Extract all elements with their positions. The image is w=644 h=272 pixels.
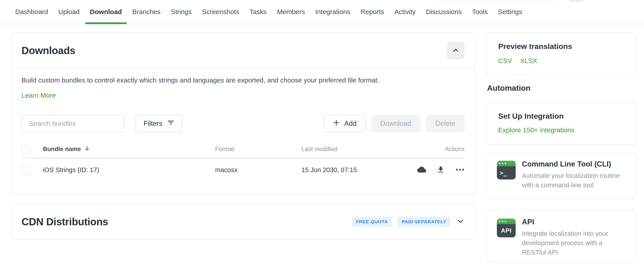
bundles-table-header: Bundle name Format Last modified Actions bbox=[22, 140, 465, 158]
plus-icon bbox=[332, 119, 340, 128]
nav-tab-members[interactable]: Members bbox=[272, 0, 310, 24]
table-row: iOS Strings (ID: 17) macosx 15 Jun 2030,… bbox=[22, 158, 465, 182]
learn-more-link[interactable]: Learn More bbox=[22, 92, 56, 99]
expand-cdn-button[interactable] bbox=[456, 217, 465, 226]
nav-tab-discussions[interactable]: Discussions bbox=[421, 0, 467, 24]
filters-button-label: Filters bbox=[144, 120, 162, 128]
column-bundle-name-label: Bundle name bbox=[43, 146, 81, 153]
free-quota-badge: FREE QUOTA bbox=[352, 217, 392, 227]
preview-translations-title: Preview translations bbox=[498, 42, 624, 51]
api-icon: API bbox=[497, 219, 516, 237]
nav-tab-tasks[interactable]: Tasks bbox=[244, 0, 272, 24]
top-navigation: Dashboard Upload Download Branches Strin… bbox=[0, 0, 644, 24]
delete-button[interactable]: Delete bbox=[426, 115, 465, 132]
add-bundle-button[interactable]: Add bbox=[324, 115, 366, 132]
header-search-cutoff bbox=[436, 0, 554, 1]
add-button-label: Add bbox=[344, 120, 356, 128]
nav-tab-activity[interactable]: Activity bbox=[389, 0, 421, 24]
nav-tab-integrations[interactable]: Integrations bbox=[310, 0, 356, 24]
nav-tab-branches[interactable]: Branches bbox=[127, 0, 166, 24]
terminal-icon: >_ bbox=[497, 161, 516, 180]
nav-tab-upload[interactable]: Upload bbox=[53, 0, 85, 24]
collapse-downloads-button[interactable] bbox=[447, 41, 465, 59]
nav-tab-dashboard[interactable]: Dashboard bbox=[10, 0, 53, 24]
select-all-checkbox[interactable] bbox=[22, 144, 31, 154]
chevron-up-icon bbox=[452, 46, 460, 55]
nav-tab-tools[interactable]: Tools bbox=[467, 0, 493, 24]
header-avatar-cutoff bbox=[569, 0, 584, 2]
downloads-card: Downloads Build custom bundles to contro… bbox=[11, 32, 475, 195]
column-actions: Actions bbox=[413, 146, 465, 153]
download-icon bbox=[436, 165, 445, 175]
downloads-title: Downloads bbox=[22, 44, 75, 56]
filter-lines-icon bbox=[167, 119, 174, 128]
row-more-button[interactable] bbox=[455, 168, 465, 172]
preview-translations-card: Preview translations CSV XLSX bbox=[486, 32, 636, 75]
nav-tab-settings[interactable]: Settings bbox=[493, 0, 527, 24]
csv-link[interactable]: CSV bbox=[498, 57, 512, 65]
filters-button[interactable]: Filters bbox=[136, 115, 182, 132]
xlsx-link[interactable]: XLSX bbox=[520, 57, 537, 65]
column-format: Format bbox=[215, 146, 302, 153]
set-up-integration-card: Set Up Integration Explore 150+ integrat… bbox=[486, 102, 636, 145]
cli-promo-card[interactable]: >_ Command Line Tool (CLI) Automate your… bbox=[486, 153, 636, 199]
column-last-modified: Last modified bbox=[302, 146, 413, 153]
cdn-title: CDN Distributions bbox=[22, 216, 108, 228]
nav-tab-download[interactable]: Download bbox=[85, 0, 127, 24]
set-up-integration-title: Set Up Integration bbox=[498, 112, 624, 120]
row-actions bbox=[413, 165, 465, 175]
last-modified-cell: 15 Jun 2030, 07:15 bbox=[302, 166, 413, 174]
download-row-button[interactable] bbox=[436, 165, 445, 175]
nav-tab-screenshots[interactable]: Screenshots bbox=[197, 0, 244, 24]
downloads-toolbar: Filters Add Download Delete bbox=[22, 115, 465, 132]
api-card-description: Integrate localization into your develop… bbox=[522, 229, 626, 257]
api-card-title: API bbox=[522, 218, 626, 226]
cli-card-title: Command Line Tool (CLI) bbox=[522, 160, 626, 168]
cli-card-description: Automate your localization routine with … bbox=[522, 171, 626, 190]
column-bundle-name[interactable]: Bundle name bbox=[43, 145, 215, 153]
downloads-description: Build custom bundles to control exactly … bbox=[22, 76, 465, 84]
paid-separately-badge: PAID SEPARATELY bbox=[398, 217, 450, 227]
explore-integrations-link[interactable]: Explore 150+ integrations bbox=[498, 126, 574, 134]
ellipsis-icon bbox=[455, 168, 465, 172]
cloud-icon bbox=[417, 165, 426, 175]
api-promo-card[interactable]: API API Integrate localization into your… bbox=[486, 210, 636, 262]
download-button[interactable]: Download bbox=[371, 115, 420, 132]
chevron-down-icon bbox=[456, 217, 465, 226]
nav-tab-strings[interactable]: Strings bbox=[166, 0, 197, 24]
cdn-distributions-card: CDN Distributions FREE QUOTA PAID SEPARA… bbox=[11, 203, 475, 240]
row-checkbox[interactable] bbox=[22, 165, 31, 175]
downloads-card-header: Downloads bbox=[12, 33, 474, 69]
cloud-build-button[interactable] bbox=[417, 165, 426, 175]
sort-descending-icon bbox=[84, 145, 90, 153]
nav-tab-reports[interactable]: Reports bbox=[356, 0, 389, 24]
format-cell: macosx bbox=[215, 166, 302, 174]
automation-heading: Automation bbox=[487, 84, 530, 92]
search-input[interactable] bbox=[22, 115, 125, 132]
bundle-name-cell[interactable]: iOS Strings (ID: 17) bbox=[43, 166, 215, 174]
